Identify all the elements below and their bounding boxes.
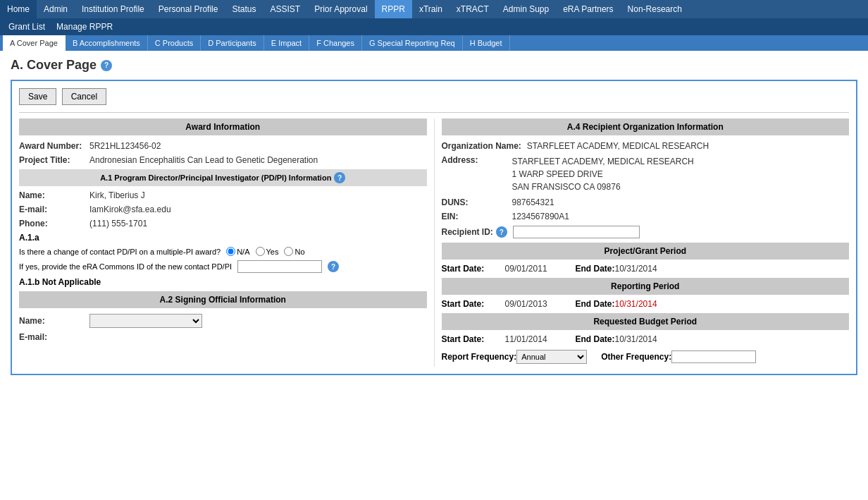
ein-label: EIN:	[442, 212, 512, 221]
project-start-value: 09/01/2011	[505, 264, 562, 274]
radio-yes-label[interactable]: Yes	[256, 247, 279, 256]
signing-name-label: Name:	[19, 316, 89, 326]
right-column: A.4 Recipient Organization Information O…	[435, 118, 850, 367]
budget-start-row: Start Date: 11/01/2014 End Date: 10/31/2…	[442, 334, 850, 344]
org-address-label: Address:	[442, 155, 512, 165]
nav-era-partners[interactable]: eRA Partners	[556, 0, 620, 18]
form-container: Save Cancel Award Information Award Numb…	[11, 80, 857, 375]
signing-name-select[interactable]	[89, 314, 202, 328]
project-title-value: Andronesian Encephalitis Can Lead to Gen…	[89, 155, 318, 165]
reporting-start-value: 09/01/2013	[505, 299, 562, 309]
contact-change-text: Is there a change of contact PD/PI on a …	[19, 248, 221, 256]
nav-grant-list[interactable]: Grant List	[3, 20, 51, 34]
radio-na[interactable]	[226, 247, 235, 256]
pdpi-email-label: E-mail:	[19, 205, 89, 214]
cancel-button[interactable]: Cancel	[62, 88, 106, 105]
tab-d-participants[interactable]: D Participants	[201, 35, 264, 51]
signing-official-header: A.2 Signing Official Information	[19, 291, 427, 308]
pdpi-name-value: Kirk, Tiberius J	[89, 190, 145, 200]
tab-navigation: A Cover Page B Accomplishments C Product…	[0, 35, 868, 51]
nav-rppr[interactable]: RPPR	[375, 0, 412, 18]
pdpi-name-label: Name:	[19, 190, 89, 200]
recipient-id-row: Recipient ID: ?	[442, 226, 850, 238]
era-id-text: If yes, provide the eRA Commons ID of th…	[19, 262, 232, 271]
ein-value: 1234567890A1	[512, 212, 569, 221]
project-title-label: Project Title:	[19, 155, 89, 165]
reporting-period-header: Reporting Period	[442, 278, 850, 295]
org-name-value: STARFLEET ACADEMY, MEDICAL RESEARCH	[527, 141, 709, 151]
nav-non-research[interactable]: Non-Research	[621, 0, 689, 18]
form-divider	[19, 112, 849, 113]
signing-name-row: Name:	[19, 314, 427, 328]
pdpi-phone-row: Phone: (111) 555-1701	[19, 219, 427, 228]
signing-email-label: E-mail:	[19, 332, 89, 342]
duns-value: 987654321	[512, 197, 554, 207]
award-number-label: Award Number:	[19, 141, 89, 151]
save-button[interactable]: Save	[19, 88, 56, 105]
era-id-input[interactable]	[237, 260, 322, 273]
tab-a-cover-page[interactable]: A Cover Page	[3, 35, 66, 51]
a1b-text: A.1.b Not Applicable	[19, 277, 427, 287]
radio-no[interactable]	[284, 247, 293, 256]
org-name-row: Organization Name: STARFLEET ACADEMY, ME…	[442, 141, 850, 151]
page-title: A. Cover Page ?	[11, 58, 857, 73]
pdpi-section-header: A.1 Program Director/Principal Investiga…	[19, 169, 427, 186]
org-address-value: STARFLEET ACADEMY, MEDICAL RESEARCH 1 WA…	[512, 155, 694, 193]
nav-assist[interactable]: ASSIST	[264, 0, 308, 18]
tab-h-budget[interactable]: H Budget	[463, 35, 510, 51]
reporting-start-row: Start Date: 09/01/2013 End Date: 10/31/2…	[442, 299, 850, 309]
pdpi-email-value: IamKirok@sfa.ea.edu	[89, 205, 171, 214]
tab-e-impact[interactable]: E Impact	[264, 35, 309, 51]
page-title-help-icon[interactable]: ?	[101, 60, 112, 71]
two-col-layout: Award Information Award Number: 5R21HL12…	[19, 118, 849, 367]
nav-manage-rppr[interactable]: Manage RPPR	[51, 20, 118, 34]
recipient-id-label: Recipient ID: ?	[442, 226, 513, 238]
reporting-end-value: 10/31/2014	[615, 299, 671, 309]
nav-status[interactable]: Status	[225, 0, 263, 18]
project-end-label: End Date:	[562, 264, 615, 274]
duns-label: DUNS:	[442, 197, 512, 207]
page-content: A. Cover Page ? Save Cancel Award Inform…	[0, 51, 868, 382]
budget-end-label: End Date:	[562, 334, 615, 344]
duns-row: DUNS: 987654321	[442, 197, 850, 207]
budget-start-label: Start Date:	[442, 334, 505, 344]
nav-admin[interactable]: Admin	[37, 0, 75, 18]
nav-admin-supp[interactable]: Admin Supp	[496, 0, 556, 18]
top-navigation: Home Admin Institution Profile Personal …	[0, 0, 868, 18]
report-frequency-row: Report Frequency: Annual Semi-Annual Qua…	[442, 350, 850, 364]
budget-period-header: Requested Budget Period	[442, 313, 850, 330]
radio-no-label[interactable]: No	[284, 247, 304, 256]
nav-institution-profile[interactable]: Institution Profile	[75, 0, 151, 18]
era-id-help-icon[interactable]: ?	[328, 261, 339, 272]
nav-xtract[interactable]: xTRACT	[450, 0, 496, 18]
budget-start-value: 11/01/2014	[505, 334, 562, 344]
other-frequency-input[interactable]	[671, 350, 756, 363]
radio-yes[interactable]	[256, 247, 265, 256]
project-grant-period-header: Project/Grant Period	[442, 243, 850, 260]
reporting-start-label: Start Date:	[442, 299, 505, 309]
radio-na-label[interactable]: N/A	[226, 247, 249, 256]
tab-b-accomplishments[interactable]: B Accomplishments	[66, 35, 148, 51]
tab-c-products[interactable]: C Products	[148, 35, 201, 51]
nav-xtrain[interactable]: xTrain	[412, 0, 450, 18]
budget-end-value: 10/31/2014	[615, 334, 671, 344]
recipient-org-header: A.4 Recipient Organization Information	[442, 118, 850, 135]
award-number-row: Award Number: 5R21HL123456-02	[19, 141, 427, 151]
second-navigation: Grant List Manage RPPR	[0, 18, 868, 35]
recipient-id-help-icon[interactable]: ?	[496, 226, 507, 238]
report-frequency-label: Report Frequency:	[442, 352, 517, 362]
tab-f-changes[interactable]: F Changes	[309, 35, 362, 51]
nav-prior-approval[interactable]: Prior Approval	[307, 0, 374, 18]
a1a-label: A.1.a	[19, 233, 427, 243]
report-frequency-select[interactable]: Annual Semi-Annual Quarterly	[516, 350, 587, 364]
pdpi-email-row: E-mail: IamKirok@sfa.ea.edu	[19, 205, 427, 214]
recipient-id-input[interactable]	[513, 226, 640, 238]
nav-home[interactable]: Home	[0, 0, 37, 18]
nav-personal-profile[interactable]: Personal Profile	[151, 0, 225, 18]
pdpi-name-row: Name: Kirk, Tiberius J	[19, 190, 427, 200]
tab-g-special-reporting[interactable]: G Special Reporting Req	[362, 35, 463, 51]
pdpi-help-icon[interactable]: ?	[334, 172, 345, 183]
contact-change-row: Is there a change of contact PD/PI on a …	[19, 247, 427, 256]
other-frequency-label: Other Frequency:	[587, 352, 671, 362]
left-column: Award Information Award Number: 5R21HL12…	[19, 118, 435, 367]
